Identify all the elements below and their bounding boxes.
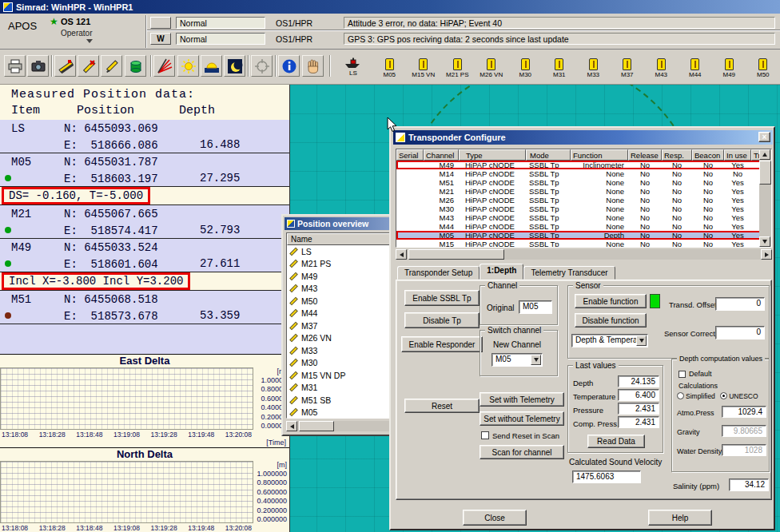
help-button[interactable]: Help (648, 510, 712, 526)
map-area[interactable]: Measured Position data: Item Position De… (0, 85, 780, 532)
reset-button[interactable]: Reset (404, 399, 480, 413)
new-channel-dropdown[interactable]: M05 (491, 353, 543, 367)
disable-tp-button[interactable]: Disable Tp (404, 312, 480, 328)
salinity-field[interactable]: 34.12 (729, 478, 769, 491)
bearing-lines-button[interactable] (153, 55, 175, 77)
enable-ssbl-button[interactable]: Enable SSBL Tp (404, 290, 480, 306)
header-inuse[interactable]: In use (724, 149, 751, 161)
dialog-titlebar[interactable]: Transponder Configure × (393, 130, 773, 145)
window-titlebar[interactable]: Simrad: WinHPR - WinHPR1 (0, 0, 780, 14)
header-resp[interactable]: Resp. (662, 149, 692, 161)
position-row-m21[interactable]: M21N: 6455067.665 E: 518574.41752.793 (0, 205, 289, 239)
info-button[interactable] (278, 55, 300, 77)
list-item[interactable]: M15 VN DP (287, 369, 404, 382)
ack-button-1[interactable] (150, 17, 171, 29)
transponder-button[interactable]: M33 (576, 53, 611, 83)
table-row[interactable]: M51 HiPAP cNODE SSBL Tp None No No No Ye… (396, 178, 771, 187)
tab-telemetry-transducer[interactable]: Telemetry Transducer (523, 266, 615, 280)
transponder-button-ls[interactable]: LS (336, 53, 371, 81)
ack-button-2[interactable]: W (150, 33, 171, 45)
enable-function-button[interactable]: Enable function (575, 294, 647, 308)
list-item[interactable]: M51 SB (287, 394, 404, 407)
snapshot-button[interactable] (27, 55, 49, 77)
header-channel[interactable]: Channel (424, 149, 459, 161)
simplified-radio[interactable] (677, 392, 684, 399)
sensor-correction-field[interactable]: 0 (715, 326, 765, 339)
set-with-telemetry-button[interactable]: Set with Telemetry (480, 392, 564, 407)
transponder-button[interactable]: M26 VN (475, 53, 509, 83)
position-row-m51[interactable]: M51N: 6455068.518 E: 518573.67853.359 (0, 291, 289, 324)
scan-for-channel-button[interactable]: Scan for channel (480, 445, 564, 459)
table-row[interactable]: M43 HiPAP cNODE SSBL Tp None No No No Ye… (396, 213, 771, 222)
horizontal-scrollbar[interactable] (396, 249, 772, 260)
scroll-left-button[interactable] (396, 249, 407, 260)
transponder-button[interactable]: M15 VN (407, 53, 441, 83)
list-item[interactable]: M21 PS (287, 258, 404, 271)
edit-delete-button[interactable] (78, 55, 99, 77)
position-row-m05[interactable]: M05N: 6455031.787 E: 518603.19727.295 (0, 153, 289, 187)
scrollbar-thumb[interactable] (408, 249, 504, 260)
table-row[interactable]: M21 HiPAP cNODE SSBL Tp None No No No Ye… (396, 187, 771, 196)
pan-button[interactable] (302, 55, 324, 77)
disable-function-button[interactable]: Disable function (575, 313, 647, 328)
unesco-radio[interactable] (720, 392, 727, 399)
sensor-type-dropdown[interactable]: Depth & Tempera (571, 334, 648, 347)
horizontal-scrollbar[interactable] (286, 421, 404, 431)
table-row[interactable]: M30 HiPAP cNODE SSBL Tp None No No No Ye… (396, 204, 771, 213)
header-release[interactable]: Release (628, 149, 662, 161)
tab-transponder-setup[interactable]: Transponder Setup (397, 266, 480, 280)
table-row[interactable]: M15 HiPAP cNODE SSBL Tp None No No No Ye… (396, 240, 771, 248)
list-item[interactable]: M31 (287, 382, 404, 395)
header-type[interactable]: Type (459, 149, 526, 161)
survey-lines-button[interactable] (54, 55, 76, 77)
scroll-right-button[interactable] (761, 249, 772, 260)
night-palette-button[interactable] (224, 55, 245, 77)
chevron-down-icon[interactable] (636, 335, 647, 346)
list-item[interactable]: LS (287, 245, 404, 258)
close-button[interactable]: Close (463, 510, 527, 526)
transponder-button[interactable]: M50 (746, 53, 780, 83)
enable-responder-button[interactable]: Enable Responder (401, 336, 483, 352)
header-function[interactable]: Function (571, 149, 628, 161)
database-button[interactable] (125, 55, 146, 77)
transponder-button[interactable]: M44 (679, 53, 713, 83)
transponder-button[interactable]: M30 (508, 53, 543, 83)
transponder-button[interactable]: M05 (372, 53, 407, 83)
header-mode[interactable]: Mode (526, 149, 571, 161)
transponder-button[interactable]: M49 (712, 53, 746, 83)
list-item[interactable]: M49 (287, 270, 404, 283)
scroll-up-button[interactable] (759, 149, 770, 160)
list-item[interactable]: M26 VN (287, 332, 404, 345)
transponder-button[interactable]: M31 (543, 53, 577, 83)
list-item[interactable]: M05 (287, 407, 404, 419)
list-item[interactable]: M50 (287, 295, 404, 308)
table-row[interactable]: M26 HiPAP cNODE SSBL Tp None No No No Ye… (396, 196, 771, 204)
chevron-down-icon[interactable] (531, 355, 541, 365)
table-row[interactable]: M14 HiPAP cNODE SSBL Tp None No No No No (396, 169, 771, 178)
list-item[interactable]: M44 (287, 308, 404, 320)
tab-1-depth[interactable]: 1:Depth (480, 264, 523, 280)
list-item[interactable]: M30 (287, 357, 404, 370)
day-palette-button[interactable] (177, 55, 199, 77)
list-item[interactable]: M37 (287, 320, 404, 332)
scroll-down-button[interactable] (759, 236, 770, 247)
position-row-ls[interactable]: LSN: 6455093.069 E: 518666.08616.488 (0, 120, 289, 153)
set-without-telemetry-button[interactable]: Set without Telemetry (480, 411, 564, 426)
header-serial[interactable]: Serial (396, 149, 424, 161)
table-row[interactable]: M49 HiPAP cNODE SSBL Tp Inclinometer No … (396, 161, 771, 169)
operator-chevron-icon[interactable] (86, 39, 93, 43)
print-button[interactable] (4, 55, 26, 77)
list-item[interactable]: M43 (287, 283, 404, 296)
scroll-left-button[interactable] (286, 421, 297, 431)
position-overview-titlebar[interactable]: Position overview (285, 217, 404, 230)
read-data-button[interactable]: Read Data (587, 435, 645, 448)
list-item[interactable]: M33 (287, 344, 404, 357)
close-icon[interactable]: × (758, 132, 770, 142)
position-row-m49[interactable]: M49N: 6455033.524 E: 518601.60427.611 (0, 239, 289, 272)
center-view-button[interactable] (251, 55, 273, 77)
edit-button[interactable] (101, 55, 122, 77)
table-row[interactable]: M44 HiPAP cNODE SSBL Tp None No No No Ye… (396, 222, 771, 231)
default-checkbox[interactable] (679, 371, 686, 378)
scrollbar-thumb[interactable] (299, 421, 334, 431)
header-beacon[interactable]: Beacon (692, 149, 724, 161)
